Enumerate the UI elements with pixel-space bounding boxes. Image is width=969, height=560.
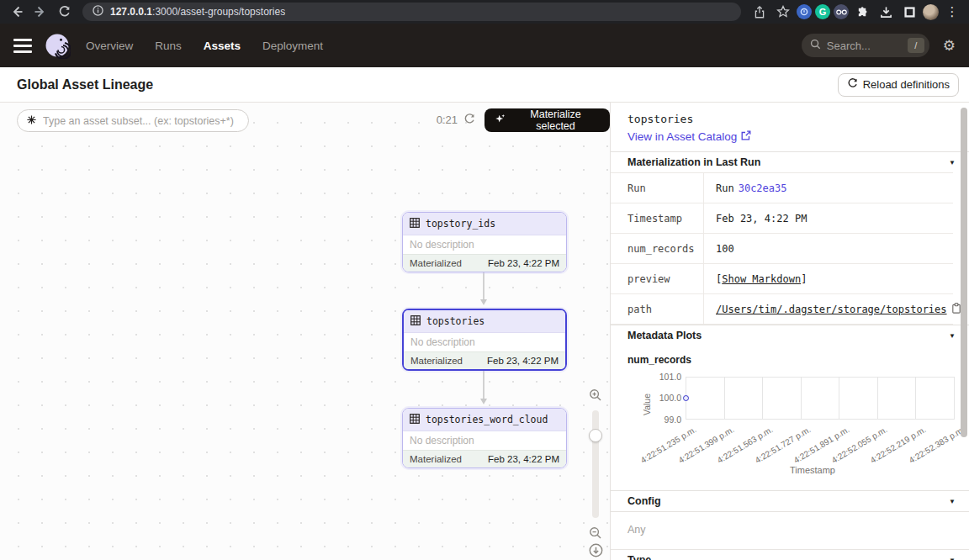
sparkle-icon: [495, 114, 506, 127]
asset-node-description: No description: [403, 431, 566, 450]
asset-subset-input[interactable]: [43, 115, 240, 127]
extension-1password-icon[interactable]: [797, 4, 812, 19]
forward-icon[interactable]: [30, 2, 50, 22]
settings-gear-icon[interactable]: ⚙: [943, 39, 956, 53]
asset-node-name: topstory_ids: [426, 218, 495, 230]
page-header: Global Asset Lineage Reload definitions: [0, 67, 969, 103]
edge-topstory_ids-topstories: [483, 268, 484, 304]
materialize-selected-button[interactable]: Materialize selected: [484, 108, 610, 132]
asset-node-topstory_ids[interactable]: topstory_ids No description Materialized…: [402, 212, 567, 272]
table-row: preview [Show Markdown]: [611, 264, 953, 294]
section-type-header[interactable]: Type▼: [611, 550, 969, 560]
table-icon: [410, 216, 420, 231]
plot-title: num_records: [611, 346, 969, 366]
materialization-table: Run Run 30c2ea35 Timestamp Feb 23, 4:22 …: [611, 172, 953, 325]
run-id-link[interactable]: 30c2ea35: [739, 182, 787, 194]
downloads-icon[interactable]: [876, 2, 896, 22]
bookmark-star-icon[interactable]: [773, 2, 793, 22]
browser-profile-avatar[interactable]: [923, 4, 939, 20]
recenter-icon[interactable]: [589, 542, 603, 558]
zoom-controls: [588, 387, 603, 558]
zoom-slider[interactable]: [592, 410, 599, 518]
nav-item-runs[interactable]: Runs: [155, 40, 182, 52]
global-search[interactable]: /: [802, 34, 929, 57]
external-link-icon: [741, 130, 751, 143]
back-icon[interactable]: [7, 2, 27, 22]
asset-name: topstories: [627, 113, 952, 125]
table-row: path /Users/tim/.dagster/storage/topstor…: [611, 294, 953, 325]
zoom-in-icon[interactable]: [589, 387, 602, 404]
section-materialization-header[interactable]: Materialization in Last Run▼: [611, 151, 969, 172]
refresh-timer: 0:21: [421, 114, 458, 126]
nav-item-deployment[interactable]: Deployment: [262, 40, 323, 52]
asset-node-name: topstories_word_cloud: [426, 414, 548, 425]
zoom-slider-handle[interactable]: [589, 429, 602, 442]
app-nav: Overview Runs Assets Deployment / ⚙: [0, 24, 969, 67]
asset-node-status: Materialized: [410, 356, 463, 366]
address-bar[interactable]: 127.0.0.1:3000/asset-groups/topstories: [82, 3, 741, 21]
browser-menu-icon[interactable]: ⋮: [942, 2, 962, 22]
screen: 127.0.0.1:3000/asset-groups/topstories G…: [0, 0, 969, 560]
view-in-asset-catalog-link[interactable]: View in Asset Catalog: [627, 130, 751, 143]
dagster-logo[interactable]: [44, 32, 71, 59]
reload-icon[interactable]: [54, 2, 74, 22]
table-row: Run Run 30c2ea35: [611, 173, 953, 203]
num-records-chart: Value 101.0 100.0 99.0 4:22:51.235 p.m. …: [611, 366, 969, 490]
nav-item-assets[interactable]: Assets: [204, 40, 241, 52]
hamburger-menu-icon[interactable]: [13, 39, 32, 53]
asset-node-status: Materialized: [410, 258, 462, 268]
asset-node-timestamp: Feb 23, 4:22 PM: [487, 356, 559, 366]
path-link[interactable]: /Users/tim/.dagster/storage/topstories: [716, 304, 947, 315]
edge-topstories-word_cloud: [483, 369, 484, 403]
lineage-canvas[interactable]: 0:21 Materialize selected topstory_ids N…: [0, 103, 611, 560]
table-icon: [410, 314, 421, 329]
chevron-down-icon: ▼: [949, 498, 956, 505]
chevron-down-icon: ▼: [949, 332, 956, 340]
extension-glasses-icon[interactable]: [834, 4, 849, 19]
asset-node-timestamp: Feb 23, 4:22 PM: [488, 454, 559, 464]
refresh-icon[interactable]: [463, 114, 475, 129]
panel-scrollbar-thumb[interactable]: [961, 108, 967, 437]
table-row: Timestamp Feb 23, 4:22 PM: [611, 203, 953, 234]
share-icon[interactable]: [749, 2, 770, 22]
asset-node-name: topstories: [426, 315, 484, 327]
zoom-out-icon[interactable]: [589, 525, 602, 542]
reload-icon: [847, 78, 858, 92]
nav-links: Overview Runs Assets Deployment: [86, 40, 323, 52]
page-title: Global Asset Lineage: [17, 77, 153, 92]
panel-scrollbar[interactable]: [961, 108, 967, 555]
table-row: num_records 100: [611, 234, 953, 264]
extension-grammarly-icon[interactable]: G: [815, 4, 830, 19]
search-input[interactable]: [827, 40, 902, 52]
chart-data-point[interactable]: [683, 395, 689, 401]
asset-detail-panel: topstories View in Asset Catalog Materia…: [611, 103, 969, 560]
asset-node-description: No description: [403, 235, 566, 254]
asset-subset-filter[interactable]: [17, 109, 249, 132]
search-shortcut-badge: /: [908, 38, 924, 53]
search-icon: [810, 38, 821, 53]
chart-plot-area: [686, 377, 955, 420]
reload-definitions-button[interactable]: Reload definitions: [838, 73, 959, 97]
site-info-icon[interactable]: [93, 4, 103, 19]
chevron-down-icon: ▼: [949, 557, 956, 560]
asset-node-description: No description: [404, 333, 565, 351]
table-icon: [410, 412, 420, 427]
browser-toolbar: 127.0.0.1:3000/asset-groups/topstories G…: [0, 0, 969, 24]
extensions-puzzle-icon[interactable]: [852, 2, 872, 22]
chevron-down-icon: ▼: [949, 159, 956, 166]
sidebar-panel-icon[interactable]: [899, 2, 919, 22]
show-markdown-link[interactable]: Show Markdown: [722, 273, 801, 285]
op-selection-icon: [26, 114, 37, 129]
config-value: Any: [611, 512, 969, 550]
asset-node-timestamp: Feb 23, 4:22 PM: [488, 258, 559, 268]
section-config-header[interactable]: Config▼: [611, 490, 969, 512]
copy-clipboard-icon[interactable]: [951, 303, 961, 316]
section-metadata-plots-header[interactable]: Metadata Plots▼: [611, 325, 969, 346]
nav-item-overview[interactable]: Overview: [86, 40, 133, 52]
asset-node-topstories[interactable]: topstories No description Materialized F…: [402, 309, 567, 371]
asset-node-topstories_word_cloud[interactable]: topstories_word_cloud No description Mat…: [402, 408, 567, 468]
chart-x-axis-label: Timestamp: [745, 465, 880, 475]
url-text: 127.0.0.1:3000/asset-groups/topstories: [110, 6, 285, 18]
asset-node-status: Materialized: [410, 454, 462, 464]
